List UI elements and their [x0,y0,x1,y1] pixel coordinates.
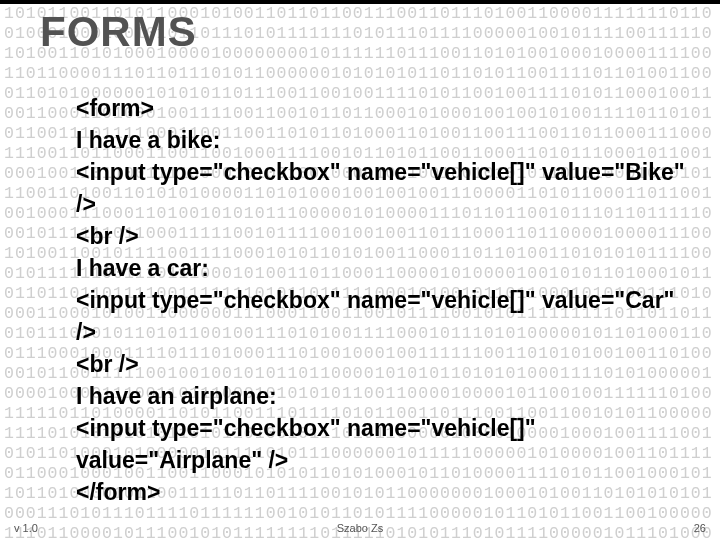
version-label: v 1.0 [14,522,38,534]
code-line: <input type="checkbox" name="vehicle[]" … [76,156,694,220]
author-label: Szabo Zs [337,522,383,534]
page-number: 26 [694,522,706,534]
code-line: I have a bike: [76,124,694,156]
code-line: I have a car: [76,252,694,284]
code-line: <input type="checkbox" name="vehicle[]" … [76,412,694,476]
code-line: I have an airplane: [76,380,694,412]
code-line: <br /> [76,348,694,380]
code-block: <form> I have a bike: <input type="check… [76,92,694,508]
code-line: <form> [76,92,694,124]
code-line: <br /> [76,220,694,252]
slide-title: FORMS [40,8,197,56]
code-line: </form> [76,476,694,508]
code-line: <input type="checkbox" name="vehicle[]" … [76,284,694,348]
